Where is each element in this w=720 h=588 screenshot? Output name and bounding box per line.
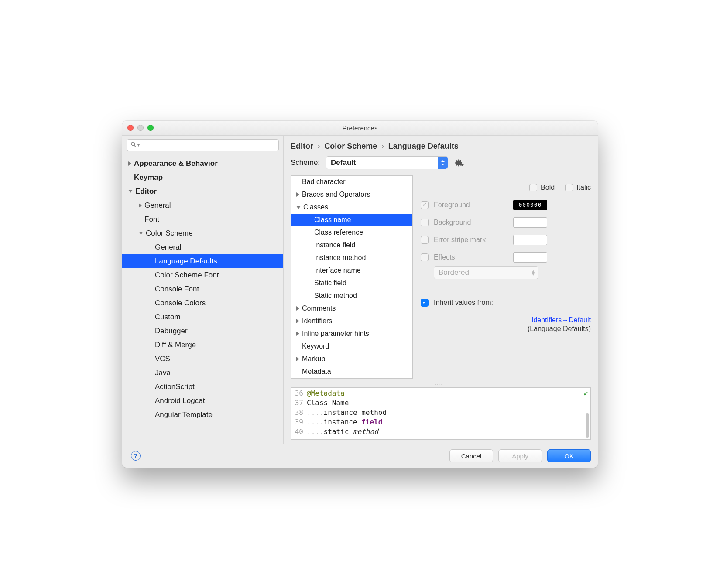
sidebar-item[interactable]: Keymap: [122, 171, 283, 185]
attribute-item[interactable]: Instance method: [291, 252, 412, 264]
attribute-item[interactable]: Keyword: [291, 340, 412, 353]
apply-button[interactable]: Apply: [498, 449, 542, 462]
inherit-link[interactable]: Identifiers→Default: [531, 316, 591, 324]
attribute-item-label: Comments: [302, 304, 336, 312]
attribute-item-label: Bad character: [302, 178, 346, 186]
sidebar-item[interactable]: Language Defaults: [122, 254, 283, 268]
sidebar-item[interactable]: Editor: [122, 185, 283, 198]
background-swatch[interactable]: [513, 217, 547, 228]
sidebar-item[interactable]: Diff & Merge: [122, 338, 283, 352]
preview-code: @Metadata Class Name ....instance method…: [306, 388, 387, 439]
disclosure-triangle-icon[interactable]: [296, 357, 299, 361]
sidebar-item-label: Android Logcat: [155, 397, 205, 405]
window-title: Preferences: [343, 124, 378, 132]
scrollbar-thumb[interactable]: [586, 413, 589, 438]
scheme-select[interactable]: Default: [326, 156, 448, 169]
attribute-item-label: Instance field: [314, 241, 355, 249]
attribute-item[interactable]: Identifiers: [291, 315, 412, 328]
chevron-right-icon: ›: [318, 142, 320, 150]
error-stripe-label: Error stripe mark: [434, 236, 508, 244]
dialog-footer: ? Cancel Apply OK: [122, 444, 598, 468]
sidebar-item[interactable]: General: [122, 240, 283, 254]
inspection-ok-icon[interactable]: ✔: [584, 390, 588, 397]
zoom-icon[interactable]: [147, 125, 154, 131]
attribute-item[interactable]: Class name: [291, 214, 412, 226]
ok-button[interactable]: OK: [547, 449, 591, 462]
sidebar-item[interactable]: Appearance & Behavior: [122, 157, 283, 171]
attribute-item[interactable]: Static field: [291, 277, 412, 290]
attribute-item[interactable]: Inline parameter hints: [291, 328, 412, 340]
chevron-down-icon: [460, 164, 464, 168]
foreground-swatch[interactable]: 000000: [513, 200, 547, 210]
attribute-item[interactable]: Bad character: [291, 176, 412, 188]
error-stripe-checkbox[interactable]: [421, 236, 429, 244]
sidebar-item[interactable]: Android Logcat: [122, 394, 283, 408]
sidebar-item-label: Console Colors: [155, 299, 206, 308]
search-input[interactable]: ▾: [127, 139, 279, 151]
breadcrumb-part[interactable]: Color Scheme: [324, 142, 377, 151]
inherit-checkbox[interactable]: [421, 299, 429, 307]
effects-label: Effects: [434, 253, 508, 261]
close-icon[interactable]: [127, 125, 134, 131]
inherit-label: Inherit values from:: [434, 299, 493, 307]
attribute-item[interactable]: Classes: [291, 201, 412, 214]
sidebar-item[interactable]: Color Scheme Font: [122, 268, 283, 282]
scheme-actions-button[interactable]: [454, 158, 463, 167]
sidebar-item[interactable]: General: [122, 198, 283, 212]
italic-checkbox[interactable]: [565, 184, 573, 191]
foreground-checkbox[interactable]: [421, 201, 429, 209]
sidebar-item[interactable]: Angular Template: [122, 408, 283, 422]
cancel-button[interactable]: Cancel: [449, 449, 493, 462]
main-panel: Editor › Color Scheme › Language Default…: [284, 136, 598, 444]
sidebar-item[interactable]: Custom: [122, 310, 283, 324]
minimize-icon: [137, 125, 144, 131]
search-icon: [130, 141, 137, 150]
disclosure-triangle-icon[interactable]: [296, 306, 299, 311]
attribute-item[interactable]: Instance field: [291, 239, 412, 252]
sidebar-item[interactable]: Console Colors: [122, 296, 283, 310]
attribute-item[interactable]: Class reference: [291, 226, 412, 239]
attribute-item[interactable]: Interface name: [291, 264, 412, 277]
traffic-lights: [127, 125, 154, 131]
error-stripe-swatch[interactable]: [513, 235, 547, 245]
sidebar-item[interactable]: VCS: [122, 352, 283, 366]
preview-editor[interactable]: 3637383940 @Metadata Class Name ....inst…: [291, 387, 591, 440]
attribute-item[interactable]: Comments: [291, 302, 412, 315]
attribute-item-label: Static field: [314, 279, 346, 287]
attribute-item[interactable]: Markup: [291, 353, 412, 366]
sidebar-item[interactable]: ActionScript: [122, 380, 283, 394]
splitter-handle[interactable]: ::::::: [284, 383, 598, 387]
attribute-item[interactable]: Metadata: [291, 366, 412, 378]
effects-type-select[interactable]: Bordered ▴▾: [434, 266, 538, 279]
breadcrumb-part[interactable]: Editor: [291, 142, 313, 151]
effects-checkbox[interactable]: [421, 253, 429, 261]
disclosure-triangle-icon[interactable]: [128, 161, 131, 166]
sidebar: ▾ Appearance & BehaviorKeymapEditorGener…: [122, 136, 284, 444]
sidebar-item[interactable]: Java: [122, 366, 283, 380]
background-checkbox[interactable]: [421, 219, 429, 226]
disclosure-triangle-icon[interactable]: [128, 190, 133, 193]
settings-tree[interactable]: Appearance & BehaviorKeymapEditorGeneral…: [122, 155, 283, 444]
dropdown-stepper-icon[interactable]: [438, 157, 448, 169]
attribute-item-label: Class name: [314, 216, 351, 224]
effects-swatch[interactable]: [513, 252, 547, 263]
attribute-item[interactable]: Braces and Operators: [291, 188, 412, 201]
sidebar-item[interactable]: Color Scheme: [122, 226, 283, 240]
chevron-down-icon[interactable]: ▾: [137, 143, 140, 147]
sidebar-item[interactable]: Font: [122, 212, 283, 226]
disclosure-triangle-icon[interactable]: [139, 203, 142, 208]
attribute-tree[interactable]: Bad characterBraces and OperatorsClasses…: [291, 175, 413, 379]
sidebar-item[interactable]: Console Font: [122, 282, 283, 296]
help-button[interactable]: ?: [131, 451, 141, 461]
sidebar-item-label: Diff & Merge: [155, 341, 196, 349]
attribute-item-label: Classes: [303, 203, 328, 211]
search-field[interactable]: [141, 141, 275, 149]
disclosure-triangle-icon[interactable]: [296, 206, 301, 209]
sidebar-item[interactable]: Debugger: [122, 324, 283, 338]
disclosure-triangle-icon[interactable]: [139, 232, 143, 235]
disclosure-triangle-icon[interactable]: [296, 192, 299, 197]
disclosure-triangle-icon[interactable]: [296, 332, 299, 336]
disclosure-triangle-icon[interactable]: [296, 319, 299, 323]
attribute-item[interactable]: Static method: [291, 290, 412, 302]
bold-checkbox[interactable]: [529, 184, 537, 191]
